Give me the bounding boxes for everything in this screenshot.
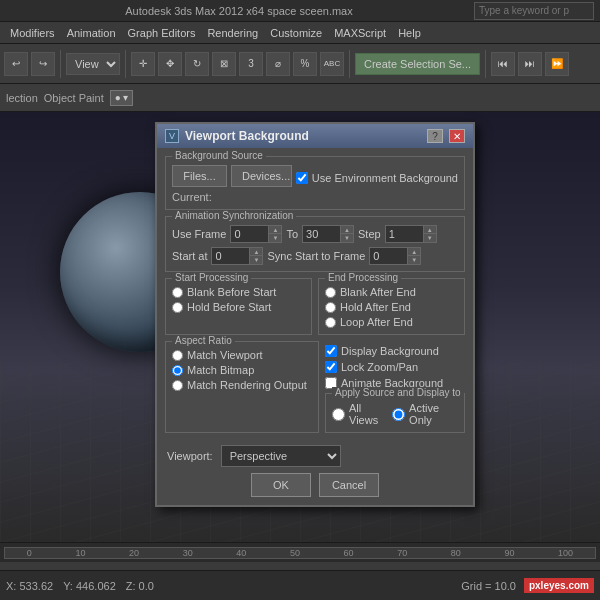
match-viewport-row: Match Viewport	[172, 349, 312, 361]
start-at-spinner: 0 ▲ ▼	[211, 247, 263, 265]
sync-start-down[interactable]: ▼	[408, 256, 420, 264]
create-selection-label[interactable]: Create Selection Se...	[355, 53, 480, 75]
step-input[interactable]: 1	[385, 225, 423, 243]
hold-before-row: Hold Before Start	[172, 301, 305, 313]
start-at-up[interactable]: ▲	[250, 248, 262, 256]
spinner-btn[interactable]: ⌀	[266, 52, 290, 76]
start-at-down[interactable]: ▼	[250, 256, 262, 264]
start-at-row: Start at 0 ▲ ▼ Sync Start to Frame 0 ▲	[172, 247, 458, 265]
bg-source-label: Background Source	[172, 150, 266, 161]
search-input[interactable]	[474, 2, 594, 20]
all-views-label: All Views	[349, 402, 388, 426]
active-only-radio[interactable]	[392, 408, 405, 421]
step-arrows: ▲ ▼	[423, 225, 437, 243]
ok-btn[interactable]: OK	[251, 473, 311, 497]
paint-toggle[interactable]: ● ▾	[110, 90, 133, 106]
match-rendering-radio[interactable]	[172, 380, 183, 391]
current-row: Current:	[172, 191, 458, 203]
to-down[interactable]: ▼	[341, 234, 353, 242]
dialog-help-btn[interactable]: ?	[427, 129, 443, 143]
source-buttons-row: Files... Devices... Use Environment Back…	[172, 165, 458, 187]
dialog-titlebar: V Viewport Background ? ✕	[157, 124, 473, 148]
all-views-radio[interactable]	[332, 408, 345, 421]
end-processing-group: End Processing Blank After End Hold Afte…	[318, 278, 465, 335]
devices-btn[interactable]: Devices...	[231, 165, 292, 187]
step-down[interactable]: ▼	[424, 234, 436, 242]
display-bg-label: Display Background	[341, 345, 439, 357]
main-toolbar: ↩ ↪ View ✛ ✥ ↻ ⊠ 3 ⌀ % ABC Create Select…	[0, 44, 600, 84]
use-env-bg-checkbox[interactable]	[296, 172, 308, 184]
apply-views-row: All Views Active Only	[332, 402, 458, 426]
hold-after-radio[interactable]	[325, 302, 336, 313]
y-label: Y:	[63, 580, 73, 592]
percent-btn[interactable]: %	[293, 52, 317, 76]
sync-start-input[interactable]: 0	[369, 247, 407, 265]
aspect-ratio-group: Aspect Ratio Match Viewport Match Bitmap…	[165, 341, 319, 433]
sync-start-up[interactable]: ▲	[408, 248, 420, 256]
match-rendering-label: Match Rendering Output	[187, 379, 307, 391]
hold-after-row: Hold After End	[325, 301, 458, 313]
dialog-close-btn[interactable]: ✕	[449, 129, 465, 143]
match-rendering-row: Match Rendering Output	[172, 379, 312, 391]
redo-btn[interactable]: ↪	[31, 52, 55, 76]
start-processing-group: Start Processing Blank Before Start Hold…	[165, 278, 312, 335]
rotate-btn[interactable]: ↻	[185, 52, 209, 76]
viewport-row: Viewport: Perspective Top Front Left	[165, 445, 465, 467]
abc-btn[interactable]: ABC	[320, 52, 344, 76]
hold-before-radio[interactable]	[172, 302, 183, 313]
match-bitmap-radio[interactable]	[172, 365, 183, 376]
select-btn[interactable]: ✛	[131, 52, 155, 76]
viewport-background-dialog: V Viewport Background ? ✕ Background Sou…	[155, 122, 475, 507]
menu-rendering[interactable]: Rendering	[201, 25, 264, 41]
use-frame-input[interactable]: 0	[230, 225, 268, 243]
viewport-select[interactable]: Perspective Top Front Left	[221, 445, 341, 467]
use-frame-row: Use Frame 0 ▲ ▼ To 30 ▲ ▼	[172, 225, 458, 243]
to-up[interactable]: ▲	[341, 226, 353, 234]
match-viewport-label: Match Viewport	[187, 349, 263, 361]
background-source-group: Background Source Files... Devices... Us…	[165, 156, 465, 210]
play-btn[interactable]: ⏮	[491, 52, 515, 76]
step-label: Step	[358, 228, 381, 240]
move-btn[interactable]: ✥	[158, 52, 182, 76]
menu-help[interactable]: Help	[392, 25, 427, 41]
aspect-ratio-label: Aspect Ratio	[172, 335, 235, 346]
stop-btn[interactable]: ⏭	[518, 52, 542, 76]
cancel-btn[interactable]: Cancel	[319, 473, 379, 497]
files-btn[interactable]: Files...	[172, 165, 227, 187]
num3-btn[interactable]: 3	[239, 52, 263, 76]
bottom-section: Aspect Ratio Match Viewport Match Bitmap…	[165, 341, 465, 439]
step-up[interactable]: ▲	[424, 226, 436, 234]
dialog-icon: V	[165, 129, 179, 143]
processing-section: Start Processing Blank Before Start Hold…	[165, 278, 465, 341]
sync-start-arrows: ▲ ▼	[407, 247, 421, 265]
start-at-input[interactable]: 0	[211, 247, 249, 265]
menu-customize[interactable]: Customize	[264, 25, 328, 41]
loop-after-radio[interactable]	[325, 317, 336, 328]
use-frame-up[interactable]: ▲	[269, 226, 281, 234]
dialog-title: Viewport Background	[185, 129, 421, 143]
next-btn[interactable]: ⏩	[545, 52, 569, 76]
use-frame-arrows: ▲ ▼	[268, 225, 282, 243]
timeline-track[interactable]: 0 10 20 30 40 50 60 70 80 90 100	[4, 547, 596, 559]
menu-graph-editors[interactable]: Graph Editors	[122, 25, 202, 41]
menu-maxscript[interactable]: MAXScript	[328, 25, 392, 41]
scale-btn[interactable]: ⊠	[212, 52, 236, 76]
display-options-col: Display Background Lock Zoom/Pan Animate…	[325, 341, 465, 439]
blank-before-radio[interactable]	[172, 287, 183, 298]
view-dropdown[interactable]: View	[66, 53, 120, 75]
menubar: Autodesk 3ds Max 2012 x64 space sceen.ma…	[0, 0, 600, 22]
display-bg-checkbox[interactable]	[325, 345, 337, 357]
undo-btn[interactable]: ↩	[4, 52, 28, 76]
match-viewport-radio[interactable]	[172, 350, 183, 361]
lock-zoom-checkbox[interactable]	[325, 361, 337, 373]
to-input[interactable]: 30	[302, 225, 340, 243]
use-frame-down[interactable]: ▼	[269, 234, 281, 242]
z-coord: Z: 0.0	[126, 580, 154, 592]
lock-zoom-row: Lock Zoom/Pan	[325, 361, 465, 373]
z-value: 0.0	[139, 580, 154, 592]
menu-animation[interactable]: Animation	[61, 25, 122, 41]
menu-modifiers[interactable]: Modifiers	[4, 25, 61, 41]
timeline-numbers: 0 10 20 30 40 50 60 70 80 90 100	[5, 548, 595, 558]
blank-after-radio[interactable]	[325, 287, 336, 298]
z-label: Z:	[126, 580, 136, 592]
